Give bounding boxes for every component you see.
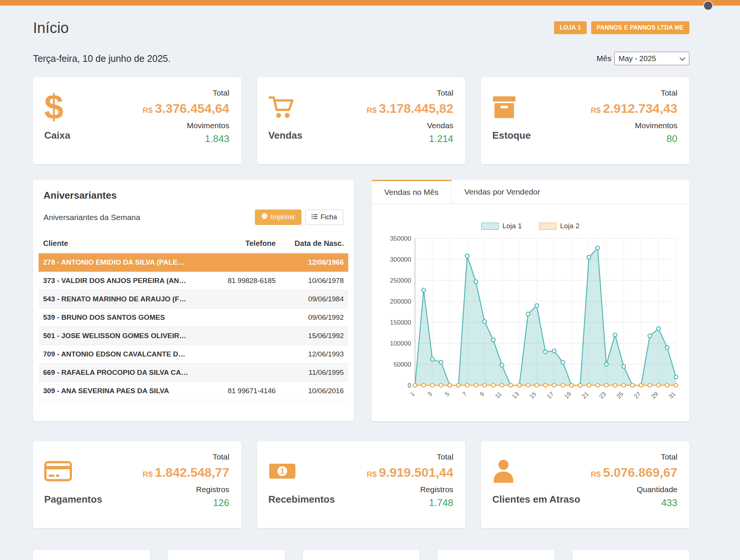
chart-tabs: Vendas no Mês Vendas por Vendedor [371, 180, 689, 204]
total-label: Total [367, 88, 453, 97]
client-name: 309 - ANA SEVERINA PAES DA SILVA [39, 382, 212, 400]
company-badge[interactable]: PANNOS E PANNOS LTDA ME [591, 21, 689, 34]
store-badge[interactable]: LOJA 1 [554, 21, 587, 34]
client-birthdate: 10/06/2016 [280, 382, 348, 400]
sales-chart-panel: Vendas no Mês Vendas por Vendedor Loja 1… [371, 180, 689, 421]
birthday-row[interactable]: 373 - VALDIR DOS ANJOS PEREIRA (AN… 81 9… [39, 272, 348, 290]
svg-text:50000: 50000 [394, 361, 411, 368]
stat-card-recebimentos[interactable]: 1 Recebimentos Total R$9.919.501,44 Regi… [257, 441, 466, 528]
svg-text:23: 23 [598, 391, 607, 400]
column-header-nascimento: Data de Nasc. [280, 235, 348, 253]
dollar-icon: $ [44, 88, 63, 126]
total-amount: 5.076.869,67 [603, 465, 677, 479]
legend-item-loja-2[interactable]: Loja 2 [539, 222, 580, 230]
page-title: Início [33, 19, 69, 37]
tab-vendas-no-mes[interactable]: Vendas no Mês [371, 180, 452, 204]
current-date: Terça-feira, 10 de junho de 2025. [33, 53, 171, 64]
svg-text:19: 19 [563, 391, 572, 400]
total-amount: 3.178.445,82 [379, 101, 454, 115]
birthdays-title: Aniversariantes [43, 190, 343, 201]
total-value: R$9.919.501,44 [367, 465, 453, 480]
svg-text:5: 5 [444, 391, 451, 397]
tab-vendas-por-vendedor[interactable]: Vendas por Vendedor [452, 180, 553, 204]
svg-text:29: 29 [650, 391, 659, 400]
mini-card-clientes[interactable]: Clientes [33, 550, 150, 560]
banknote-icon: 1 [268, 452, 296, 490]
client-phone: 81 99671-4146 [212, 382, 280, 400]
svg-text:7: 7 [461, 391, 468, 397]
svg-text:21: 21 [581, 391, 590, 400]
mini-card-fornecedores[interactable]: Fornecedores [303, 550, 420, 560]
legend-label: Loja 2 [560, 222, 580, 230]
client-phone [212, 308, 280, 327]
count-label: Quantidade [591, 485, 677, 494]
count-label: Vendas [367, 121, 453, 130]
currency-symbol: R$ [367, 470, 377, 478]
page-header: Início LOJA 1 PANNOS E PANNOS LTDA ME [33, 19, 689, 37]
total-value: R$2.912.734,43 [591, 101, 677, 116]
legend-swatch [539, 223, 556, 230]
client-name: 373 - VALDIR DOS ANJOS PEREIRA (AN… [39, 272, 212, 290]
user-avatar-icon[interactable] [703, 1, 713, 10]
currency-symbol: R$ [142, 106, 153, 114]
top-navbar [0, 0, 740, 6]
count-label: Movimentos [591, 121, 677, 130]
total-amount: 3.376.454,64 [155, 101, 229, 115]
month-select[interactable]: May - 2025 [614, 52, 689, 65]
stat-card-clientes-em-atraso[interactable]: Clientes em Atraso Total R$5.076.869,67 … [481, 441, 689, 528]
birthday-row[interactable]: 539 - BRUNO DOS SANTOS GOMES 09/06/1992 [39, 308, 348, 327]
birthday-row[interactable]: 309 - ANA SEVERINA PAES DA SILVA 81 9967… [39, 382, 348, 400]
client-name: 669 - RAFAELA PROCOPIO DA SILVA CA… [39, 364, 212, 382]
birthday-row[interactable]: 501 - JOSE WELISSON GOMES OLIVEIR… 15/06… [39, 327, 348, 345]
total-label: Total [142, 88, 229, 97]
svg-text:1: 1 [409, 391, 416, 397]
svg-text:300000: 300000 [390, 256, 411, 263]
person-icon [492, 452, 515, 490]
box-icon [492, 88, 516, 126]
total-amount: 2.912.734,43 [603, 101, 677, 115]
svg-text:13: 13 [511, 391, 520, 400]
stat-card-caixa[interactable]: $ Caixa Total R$3.376.454,64 Movimentos … [33, 77, 241, 164]
svg-text:25: 25 [615, 391, 625, 400]
month-filter: Mês May - 2025 [596, 52, 689, 65]
month-label: Mês [596, 54, 611, 63]
entity-cards-row: ClientesProdutosFornecedoresUsuáriosVend… [33, 550, 689, 560]
client-birthdate: 12/06/1993 [280, 345, 348, 364]
printer-icon [261, 213, 268, 221]
total-label: Total [367, 452, 453, 461]
client-birthdate: 10/06/1978 [280, 272, 348, 290]
legend-label: Loja 1 [502, 222, 522, 230]
birthday-row[interactable]: 543 - RENATO MARINHO DE ARAUJO (F… 09/06… [39, 290, 348, 308]
total-label: Total [142, 452, 229, 461]
mini-card-vendedores[interactable]: Vendedores [572, 550, 689, 560]
count-value: 1.843 [142, 133, 229, 145]
stat-card-pagamentos[interactable]: Pagamentos Total R$1.842.548,77 Registro… [33, 441, 241, 528]
svg-text:17: 17 [546, 391, 555, 400]
total-value: R$3.376.454,64 [142, 101, 229, 116]
stat-card-vendas[interactable]: Vendas Total R$3.178.445,82 Vendas 1.214 [257, 77, 466, 164]
list-icon [312, 213, 318, 221]
client-phone [212, 327, 280, 345]
currency-symbol: R$ [367, 106, 377, 114]
stat-card-title: Caixa [44, 130, 70, 141]
print-button[interactable]: Imprimir [255, 210, 301, 225]
ficha-button[interactable]: Ficha [305, 210, 343, 225]
svg-text:1: 1 [280, 467, 284, 475]
stat-card-estoque[interactable]: Estoque Total R$2.912.734,43 Movimentos … [481, 77, 689, 164]
mini-card-produtos[interactable]: Produtos [168, 550, 285, 560]
legend-item-loja-1[interactable]: Loja 1 [481, 222, 522, 230]
svg-text:11: 11 [494, 391, 503, 400]
birthday-row[interactable]: 669 - RAFAELA PROCOPIO DA SILVA CA… 11/0… [39, 364, 348, 382]
mini-card-usuarios[interactable]: Usuários [437, 550, 554, 560]
svg-text:9: 9 [478, 391, 485, 397]
svg-text:0: 0 [408, 382, 411, 389]
stat-card-title: Recebimentos [268, 494, 335, 505]
birthday-row[interactable]: 278 - ANTONIO EMIDIO DA SILVA (PALE… 12/… [39, 253, 348, 272]
client-birthdate: 11/06/1995 [280, 364, 348, 382]
birthday-row[interactable]: 709 - ANTONIO EDSON CAVALCANTE D… 12/06/… [39, 345, 348, 364]
total-amount: 1.842.548,77 [155, 465, 229, 479]
dashboard-page: Início LOJA 1 PANNOS E PANNOS LTDA ME Te… [0, 6, 740, 560]
client-name: 539 - BRUNO DOS SANTOS GOMES [39, 308, 212, 327]
stat-card-title: Estoque [492, 130, 531, 141]
sales-area-chart[interactable]: 0500001000001500002000002500003000003500… [380, 232, 680, 409]
